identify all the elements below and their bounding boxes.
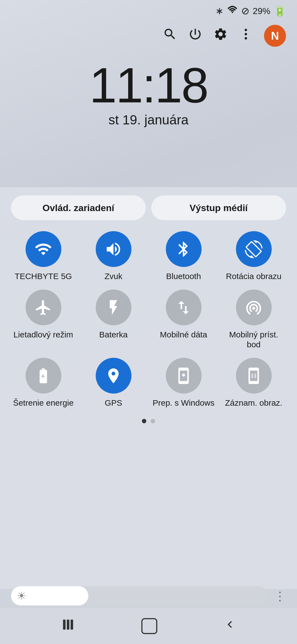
tile-sound[interactable]: Zvuk [81,231,146,281]
nav-recents-button[interactable] [61,617,76,635]
sound-tile-icon [96,231,131,267]
svg-rect-4 [67,620,69,630]
hotspot-tile-label: Mobilný príst. bod [221,330,286,350]
airplane-tile-label: Lietadlový režim [13,330,73,340]
windows-tile-icon [166,358,202,394]
tile-mobiledata[interactable]: Mobilné dáta [151,290,216,350]
svg-rect-3 [63,620,65,630]
page-dots [11,419,286,423]
bluetooth-tile-icon [166,231,202,267]
nav-bar [0,608,297,644]
tile-flashlight[interactable]: Baterka [81,290,146,350]
battery-saver-tile-icon [26,358,61,394]
brightness-more-icon[interactable]: ⋮ [274,589,286,603]
qs-top-buttons: Ovlád. zariadení Výstup médií [11,195,286,220]
nav-home-button[interactable] [141,618,157,634]
media-output-button[interactable]: Výstup médií [151,195,286,220]
status-bar: ∗ ⊘ 29% 🔋 [0,0,297,22]
mobiledata-tile-icon [166,290,202,325]
brightness-area: ☀ ⋮ [11,586,286,605]
bluetooth-tile-label: Bluetooth [166,271,201,281]
wifi-tile-label: TECHBYTE 5G [15,271,72,281]
qs-header: N [163,25,286,47]
mobiledata-tile-label: Mobilné dáta [160,330,207,340]
tile-battery-saver[interactable]: Šetrenie energie [11,358,76,408]
brightness-sun-icon: ☀ [16,590,26,602]
battery-saver-tile-label: Šetrenie energie [13,398,73,408]
svg-point-0 [245,29,247,31]
avatar[interactable]: N [264,25,286,47]
brightness-fill: ☀ [11,586,88,605]
qs-panel: Ovlád. zariadení Výstup médií TECHBYTE 5… [0,187,297,589]
page-dot-2 [151,419,155,423]
dnd-status-icon: ⊘ [241,5,249,17]
tile-gps[interactable]: GPS [81,358,146,408]
windows-tile-label: Prep. s Windows [153,398,215,408]
flashlight-tile-label: Baterka [99,330,128,340]
tile-airplane[interactable]: Lietadlový režim [11,290,76,350]
tile-hotspot[interactable]: Mobilný príst. bod [221,290,286,350]
screenshot-tile-label: Záznam. obraz. [225,398,282,408]
wifi-status-icon [227,4,238,18]
rotation-tile-label: Rotácia obrazu [226,271,282,281]
rotation-tile-icon [236,231,272,267]
clock-date: st 19. januára [0,112,297,127]
airplane-tile-icon [26,290,61,325]
qs-grid: TECHBYTE 5G Zvuk Bluetooth Rotácia obraz… [11,231,286,408]
screenshot-tile-icon [236,358,272,394]
tile-bluetooth[interactable]: Bluetooth [151,231,216,281]
battery-percent: 29% [253,6,270,16]
gps-tile-icon [96,358,131,394]
sound-tile-label: Zvuk [105,271,122,281]
device-control-button[interactable]: Ovlád. zariadení [11,195,146,220]
tile-rotation[interactable]: Rotácia obrazu [221,231,286,281]
page-dot-1 [142,419,146,423]
nav-back-button[interactable] [223,618,237,635]
bluetooth-status-icon: ∗ [215,5,224,17]
settings-icon[interactable] [213,27,228,45]
clock-area: 11:18 st 19. januára [0,61,297,127]
flashlight-tile-icon [96,290,131,325]
search-icon[interactable] [163,27,177,45]
hotspot-tile-icon [236,290,272,325]
battery-status-icon: 🔋 [274,5,286,17]
svg-point-1 [245,33,247,36]
gps-tile-label: GPS [105,398,122,408]
svg-point-2 [245,37,247,40]
tile-windows[interactable]: Prep. s Windows [151,358,216,408]
tile-screenshot[interactable]: Záznam. obraz. [221,358,286,408]
clock-time: 11:18 [0,61,297,110]
svg-rect-5 [70,620,73,630]
power-icon[interactable] [188,27,202,45]
tile-wifi[interactable]: TECHBYTE 5G [11,231,76,281]
brightness-slider[interactable]: ☀ [11,586,268,605]
wifi-tile-icon [26,231,61,267]
more-icon[interactable] [239,27,253,45]
